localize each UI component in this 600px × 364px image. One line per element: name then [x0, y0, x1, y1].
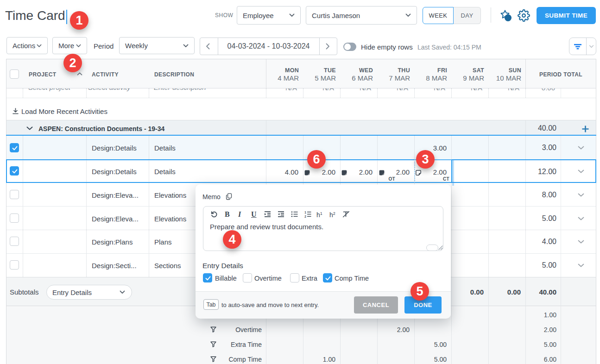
svg-text:2: 2: [304, 215, 306, 218]
svg-text:1: 1: [304, 211, 306, 214]
